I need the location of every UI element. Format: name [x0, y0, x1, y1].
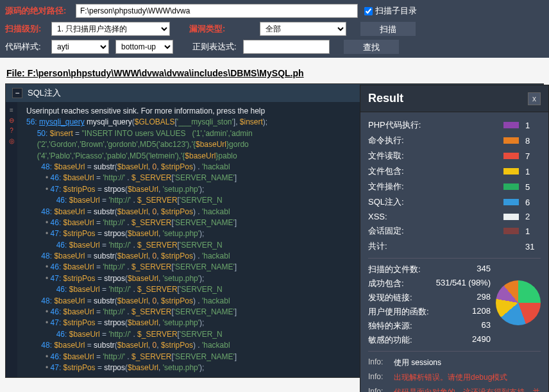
stat-label: XSS:: [368, 212, 503, 221]
info-row: 独特的来源:63: [368, 319, 491, 333]
scan-subdirs-check[interactable]: [364, 7, 373, 15]
info-value: 345: [477, 264, 491, 275]
stat-value: 1: [525, 121, 541, 130]
code-style-label: 代码样式:: [5, 41, 45, 53]
gutter: ≡ ⊖ ? ◎: [6, 102, 17, 377]
stat-color-bar: [503, 214, 519, 220]
vuln-stats: PHP代码执行:1命令执行:8文件读取:7文件包含:1文件操作:5SQL注入:6…: [368, 117, 541, 254]
stat-color-bar: [503, 153, 519, 159]
stat-label: 文件读取:: [368, 150, 503, 162]
code-style-select[interactable]: ayti: [51, 40, 109, 54]
info-value: 298: [477, 292, 491, 303]
stat-row: 文件读取:7: [368, 148, 541, 164]
vuln-type-label: 漏洞类型:: [189, 23, 253, 35]
info-row: 用户使用的函数:1208: [368, 305, 491, 319]
scan-level-select[interactable]: 1. 只扫描用户选择的: [51, 22, 170, 36]
stat-row: 会话固定:1: [368, 223, 541, 239]
scan-button[interactable]: 扫描: [360, 22, 416, 36]
stat-label: SQL注入:: [368, 196, 503, 208]
regex-label: 正则表达式:: [192, 41, 237, 53]
info-value: 63: [482, 320, 491, 332]
stat-value: 31: [525, 242, 541, 251]
stat-color-bar: [503, 183, 519, 190]
stat-color-bar: [503, 199, 519, 205]
msg-key: Info:: [368, 387, 389, 392]
result-header: Result x: [360, 85, 548, 112]
stat-color-bar: [503, 228, 519, 234]
scan-subdirs-checkbox[interactable]: 扫描子目录: [364, 5, 417, 17]
stat-value: 2: [525, 212, 541, 221]
stat-value: 1: [525, 167, 541, 176]
bars-icon[interactable]: ≡: [7, 106, 16, 115]
vuln-type-select[interactable]: 全部: [260, 22, 346, 36]
info-row: 扫描的文件数:345: [368, 262, 491, 277]
path-input[interactable]: [76, 4, 358, 18]
msg-key: Info:: [368, 372, 389, 383]
regex-input[interactable]: [243, 40, 330, 54]
info-label: 扫描的文件数:: [368, 264, 421, 275]
search-button[interactable]: 查找: [344, 40, 399, 54]
msg-text: 代码是面向对象的。这还没有得到支持，并可: [394, 387, 541, 392]
info-value: 1208: [472, 306, 491, 318]
info-msg: Info:出现解析错误。请使用debug模式: [368, 370, 541, 385]
result-title: Result: [368, 92, 403, 105]
stat-row: XSS:2: [368, 210, 541, 223]
info-row: 敏感的功能:2490: [368, 333, 491, 347]
info-msg: Info:使用 sessions: [368, 355, 541, 370]
msg-key: Info:: [368, 357, 389, 368]
stat-label: 共计:: [368, 241, 525, 252]
stat-value: 8: [525, 136, 541, 146]
pie-chart: [496, 280, 541, 325]
info-value: 531/541 (98%): [436, 278, 491, 289]
info-row: 成功包含:531/541 (98%): [368, 277, 491, 291]
msg-text: 使用 sessions: [394, 357, 441, 368]
file-title: File: F:\person\phpstudy\WWW\dvwa\dvwa\i…: [0, 58, 549, 83]
stat-row: 命令执行:8: [368, 133, 541, 148]
stat-value: 7: [525, 151, 541, 161]
info-label: 发现的链接:: [368, 292, 412, 303]
msg-text: 出现解析错误。请使用debug模式: [394, 372, 507, 383]
result-panel: Result x PHP代码执行:1命令执行:8文件读取:7文件包含:1文件操作…: [360, 85, 549, 392]
stat-row: 文件包含:1: [368, 164, 541, 179]
stat-value: 1: [525, 226, 541, 236]
stat-label: 命令执行:: [368, 135, 503, 146]
stat-row: PHP代码执行:1: [368, 117, 541, 133]
close-button[interactable]: x: [528, 92, 541, 105]
collapse-button[interactable]: −: [12, 88, 22, 98]
stat-row: SQL注入:6: [368, 194, 541, 210]
scan-subdirs-label: 扫描子目录: [375, 5, 417, 17]
stat-row: 文件操作:5: [368, 179, 541, 194]
stat-value: 5: [525, 182, 541, 192]
top-config-bar: 源码的绝对路径: 扫描子目录 扫描级别: 1. 只扫描用户选择的 漏洞类型: 全…: [0, 0, 549, 58]
code-header-title: SQL注入: [28, 87, 61, 99]
stat-row: 共计:31: [368, 239, 541, 254]
info-label: 用户使用的函数:: [368, 306, 429, 318]
minus-icon[interactable]: ⊖: [7, 116, 16, 125]
info-messages: Info:使用 sessionsInfo:出现解析错误。请使用debug模式In…: [368, 355, 541, 392]
direction-select[interactable]: bottom-up: [115, 40, 173, 54]
info-label: 独特的来源:: [368, 320, 412, 332]
info-row: 发现的链接:298: [368, 291, 491, 305]
stat-label: PHP代码执行:: [368, 119, 503, 131]
stat-label: 文件包含:: [368, 166, 503, 177]
path-label: 源码的绝对路径:: [5, 5, 69, 17]
scan-level-label: 扫描级别:: [5, 23, 45, 35]
info-label: 敏感的功能:: [368, 334, 412, 346]
target-icon[interactable]: ◎: [7, 137, 16, 146]
stat-color-bar: [503, 168, 519, 175]
stat-color-bar: [503, 137, 519, 144]
scan-stats: 扫描的文件数:345成功包含:531/541 (98%)发现的链接:298用户使…: [368, 262, 491, 347]
stat-label: 文件操作:: [368, 181, 503, 192]
stat-color-bar: [503, 122, 519, 128]
info-value: 2490: [472, 334, 491, 346]
info-label: 成功包含:: [368, 278, 404, 289]
question-icon[interactable]: ?: [7, 126, 16, 135]
stat-value: 6: [525, 198, 541, 207]
info-msg: Info:代码是面向对象的。这还没有得到支持，并可: [368, 385, 541, 392]
stat-label: 会话固定:: [368, 225, 503, 237]
